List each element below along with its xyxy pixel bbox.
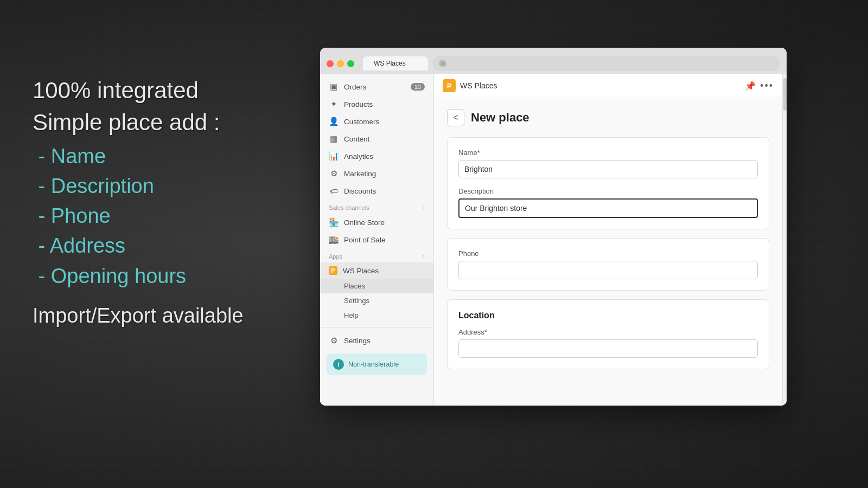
more-options-icon[interactable]: ••• bbox=[760, 80, 774, 92]
scrollbar-thumb[interactable] bbox=[783, 78, 787, 111]
customers-icon: 👤 bbox=[329, 117, 339, 126]
sidebar-subitem-places[interactable]: Places bbox=[320, 279, 433, 293]
orders-icon: ▣ bbox=[329, 82, 339, 92]
content-icon: ▦ bbox=[329, 134, 339, 144]
apps-label: Apps › bbox=[320, 248, 433, 262]
form-area: < New place Name* Description bbox=[434, 98, 782, 406]
address-bar[interactable]: ✕ bbox=[432, 56, 780, 71]
sales-channels-label: Sales channels › bbox=[320, 200, 433, 214]
location-title: Location bbox=[458, 311, 758, 320]
page-title: New place bbox=[471, 111, 529, 125]
app-title: P WS Places bbox=[443, 79, 497, 92]
sidebar-subitem-help[interactable]: Help bbox=[320, 308, 433, 323]
sidebar-item-content[interactable]: ▦ Content bbox=[320, 130, 433, 147]
back-button[interactable]: < bbox=[447, 109, 464, 126]
feature-list: - Name - Description - Phone - Address -… bbox=[33, 142, 244, 291]
sidebar-item-marketing[interactable]: ⚙ Marketing bbox=[320, 165, 433, 182]
discounts-icon: 🏷 bbox=[329, 186, 339, 196]
sidebar-item-customers[interactable]: 👤 Customers bbox=[320, 113, 433, 130]
address-label: Address* bbox=[458, 328, 758, 336]
main-content: P WS Places 📌 ••• < New place bbox=[434, 74, 782, 406]
left-panel: 100% integrated Simple place add : - Nam… bbox=[33, 76, 244, 328]
traffic-lights bbox=[327, 60, 354, 67]
marketing-icon: ⚙ bbox=[329, 169, 339, 178]
info-icon: i bbox=[333, 359, 344, 370]
description-label: Description bbox=[458, 187, 758, 195]
orders-badge: 10 bbox=[411, 83, 425, 91]
point-of-sale-icon: 🏬 bbox=[329, 235, 339, 245]
phone-card: Phone bbox=[447, 238, 769, 291]
feature-name: - Name bbox=[33, 142, 244, 171]
sidebar-item-point-of-sale[interactable]: 🏬 Point of Sale bbox=[320, 231, 433, 248]
sidebar-item-orders[interactable]: ▣ Orders 10 bbox=[320, 78, 433, 95]
browser-content: ▣ Orders 10 ✦ Products 👤 Customers ▦ Con… bbox=[320, 74, 787, 406]
non-transferable-banner: i Non-transferable bbox=[327, 354, 427, 375]
pin-icon[interactable]: 📌 bbox=[745, 81, 756, 91]
settings-main-icon: ⚙ bbox=[329, 336, 339, 345]
sales-channels-chevron[interactable]: › bbox=[423, 204, 425, 211]
name-description-card: Name* Description bbox=[447, 137, 769, 229]
phone-label: Phone bbox=[458, 249, 758, 258]
sidebar-item-products[interactable]: ✦ Products bbox=[320, 95, 433, 113]
ws-places-icon: P bbox=[443, 79, 456, 92]
sidebar-bottom: ⚙ Settings i Non-transferable bbox=[320, 327, 433, 384]
description-input[interactable] bbox=[458, 198, 758, 218]
sidebar-item-online-store[interactable]: 🏪 Online Store bbox=[320, 214, 433, 231]
main-title-line2: Simple place add : bbox=[33, 108, 244, 138]
address-input[interactable] bbox=[458, 339, 758, 358]
name-group: Name* bbox=[458, 149, 758, 178]
feature-hours: - Opening hours bbox=[33, 261, 244, 291]
browser-tab[interactable]: WS Places bbox=[363, 56, 428, 70]
description-group: Description bbox=[458, 187, 758, 218]
sidebar: ▣ Orders 10 ✦ Products 👤 Customers ▦ Con… bbox=[320, 74, 434, 406]
browser-window: WS Places ✕ ▣ Orders 10 ✦ Products 👤 Cus… bbox=[320, 48, 787, 406]
feature-phone: - Phone bbox=[33, 201, 244, 231]
phone-input[interactable] bbox=[458, 261, 758, 279]
ws-places-sidebar-icon: P bbox=[329, 266, 337, 275]
feature-address: - Address bbox=[33, 231, 244, 261]
sidebar-item-settings-main[interactable]: ⚙ Settings bbox=[320, 332, 433, 349]
feature-description: - Description bbox=[33, 171, 244, 201]
minimize-button[interactable] bbox=[337, 60, 344, 67]
products-icon: ✦ bbox=[329, 99, 339, 109]
main-title-line1: 100% integrated bbox=[33, 76, 244, 106]
analytics-icon: 📊 bbox=[329, 151, 339, 161]
browser-chrome: WS Places ✕ bbox=[320, 48, 787, 74]
page-header: < New place bbox=[447, 109, 769, 126]
sidebar-item-analytics[interactable]: 📊 Analytics bbox=[320, 147, 433, 165]
online-store-icon: 🏪 bbox=[329, 217, 339, 227]
sidebar-item-ws-places[interactable]: P WS Places bbox=[320, 262, 433, 279]
address-group: Address* bbox=[458, 328, 758, 358]
address-bar-close-icon: ✕ bbox=[439, 60, 446, 67]
topbar-actions: 📌 ••• bbox=[745, 80, 774, 92]
maximize-button[interactable] bbox=[347, 60, 354, 67]
sidebar-item-discounts[interactable]: 🏷 Discounts bbox=[320, 182, 433, 200]
import-export-text: Import/Export available bbox=[33, 304, 244, 328]
close-button[interactable] bbox=[327, 60, 334, 67]
name-input[interactable] bbox=[458, 160, 758, 178]
scrollbar-track[interactable] bbox=[782, 74, 787, 406]
phone-group: Phone bbox=[458, 249, 758, 279]
location-card: Location Address* bbox=[447, 299, 769, 369]
apps-chevron[interactable]: › bbox=[423, 253, 425, 260]
main-topbar: P WS Places 📌 ••• bbox=[434, 74, 782, 98]
name-label: Name* bbox=[458, 149, 758, 157]
sidebar-subitem-settings[interactable]: Settings bbox=[320, 293, 433, 308]
